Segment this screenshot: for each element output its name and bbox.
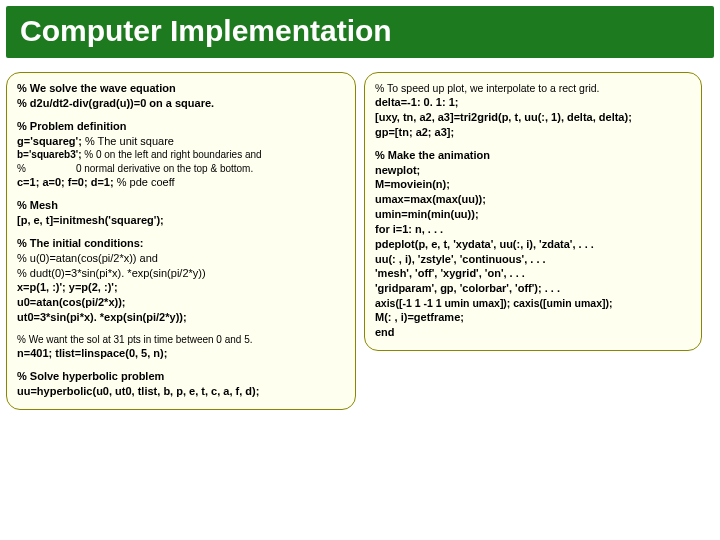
left-code-panel: % We solve the wave equation % d2u/dt2-d… — [6, 72, 356, 410]
code-line: % u(0)=atan(cos(pi/2*x)) and — [17, 251, 345, 266]
code-line: g='squareg'; % The unit square — [17, 134, 345, 149]
code-line: x=p(1, :)'; y=p(2, :)'; — [17, 280, 345, 295]
code-line: end — [375, 325, 691, 340]
code-line: % Mesh — [17, 198, 345, 213]
code-line: for i=1: n, . . . — [375, 222, 691, 237]
code-line: c=1; a=0; f=0; d=1; % pde coeff — [17, 175, 345, 190]
code-line: % dudt(0)=3*sin(pi*x). *exp(sin(pi/2*y)) — [17, 266, 345, 281]
code-line: uu(: , i), 'zstyle', 'continuous', . . . — [375, 252, 691, 267]
code-line: umax=max(max(uu)); — [375, 192, 691, 207]
right-code-panel: % To speed up plot, we interpolate to a … — [364, 72, 702, 351]
code-line: uu=hyperbolic(u0, ut0, tlist, b, p, e, t… — [17, 384, 345, 399]
slide-content: % We solve the wave equation % d2u/dt2-d… — [0, 64, 720, 416]
code-line: % To speed up plot, we interpolate to a … — [375, 81, 691, 95]
code-line: umin=min(min(uu)); — [375, 207, 691, 222]
code-line: axis([-1 1 -1 1 umin umax]); caxis([umin… — [375, 296, 691, 310]
code-line: [p, e, t]=initmesh('squareg'); — [17, 213, 345, 228]
code-line: pdeplot(p, e, t, 'xydata', uu(:, i), 'zd… — [375, 237, 691, 252]
code-line: % Make the animation — [375, 148, 691, 163]
code-line: [uxy, tn, a2, a3]=tri2grid(p, t, uu(:, 1… — [375, 110, 691, 125]
code-line: u0=atan(cos(pi/2*x)); — [17, 295, 345, 310]
code-line: % We want the sol at 31 pts in time betw… — [17, 333, 345, 347]
code-line: % Problem definition — [17, 119, 345, 134]
code-line: ut0=3*sin(pi*x). *exp(sin(pi/2*y)); — [17, 310, 345, 325]
slide-title: Computer Implementation — [6, 6, 714, 58]
code-line: M(: , i)=getframe; — [375, 310, 691, 325]
code-line: % The initial conditions: — [17, 236, 345, 251]
code-line: gp=[tn; a2; a3]; — [375, 125, 691, 140]
code-line: % We solve the wave equation — [17, 81, 345, 96]
code-line: newplot; — [375, 163, 691, 178]
code-line: % Solve hyperbolic problem — [17, 369, 345, 384]
code-line: %0 normal derivative on the top & bottom… — [17, 162, 345, 176]
code-line: delta=-1: 0. 1: 1; — [375, 95, 691, 110]
code-line: 'gridparam', gp, 'colorbar', 'off'); . .… — [375, 281, 691, 296]
code-line: b='squareb3'; % 0 on the left and right … — [17, 148, 345, 162]
code-line: n=401; tlist=linspace(0, 5, n); — [17, 346, 345, 361]
code-line: 'mesh', 'off', 'xygrid', 'on', . . . — [375, 266, 691, 281]
code-line: % d2u/dt2-div(grad(u))=0 on a square. — [17, 96, 345, 111]
code-line: M=moviein(n); — [375, 177, 691, 192]
